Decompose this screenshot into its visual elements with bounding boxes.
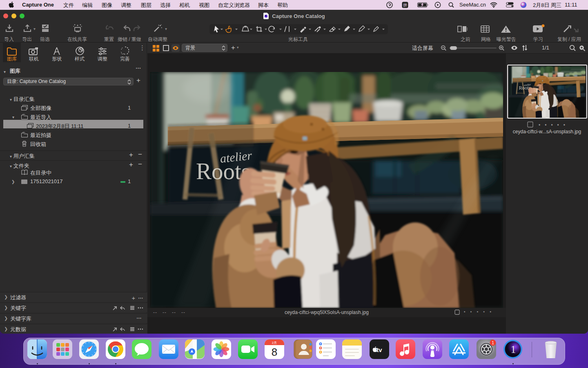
svg-text:2月: 2月 [272, 341, 277, 345]
svg-text:1: 1 [492, 341, 494, 345]
svg-text:拼: 拼 [403, 3, 407, 7]
svg-text:tv: tv [376, 346, 382, 353]
svg-text:8: 8 [272, 346, 277, 358]
svg-text:1: 1 [511, 344, 516, 355]
